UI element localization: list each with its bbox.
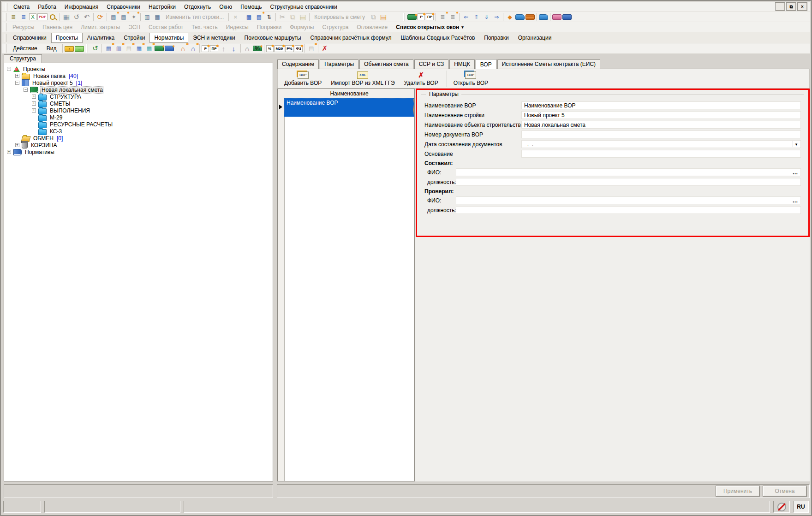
esn-button[interactable]: ЭСН xyxy=(124,23,144,32)
paste-folder-icon[interactable]: ▤ xyxy=(379,12,388,22)
formulas-button[interactable]: Формулы xyxy=(286,23,318,32)
close-button[interactable]: × xyxy=(797,2,807,11)
structure-button[interactable]: Структура xyxy=(318,23,352,32)
menu-item[interactable]: Работа xyxy=(34,2,60,12)
recalculate-icon[interactable]: ⟳ xyxy=(96,12,105,22)
expander-icon[interactable] xyxy=(7,150,11,154)
refresh-icon[interactable]: ↺ xyxy=(90,44,100,53)
copy-to-estimate-button[interactable]: Копировать в смету xyxy=(311,12,368,22)
expander-icon[interactable] xyxy=(15,81,19,85)
edit-estimate-icon[interactable]: ▦ xyxy=(134,44,143,53)
menu-item[interactable]: Справочники xyxy=(102,2,144,12)
tab-ssr-sz[interactable]: ССР и СЗ xyxy=(414,59,449,69)
expander-icon[interactable] xyxy=(32,108,36,113)
row-calc-icon[interactable]: ▦ xyxy=(153,12,162,22)
tree-item[interactable]: ВЫПОЛНЕНИЯ xyxy=(5,107,272,114)
tab-calc-formulas[interactable]: Справочник расчётных формул xyxy=(306,33,396,43)
import-estimate-icon[interactable]: ▦ xyxy=(144,44,154,53)
expander-icon[interactable] xyxy=(32,95,36,99)
doc-p-icon[interactable]: P xyxy=(202,45,209,52)
m29-icon[interactable]: М29 xyxy=(275,45,285,52)
expander-icon[interactable] xyxy=(32,101,36,106)
undo-icon[interactable]: ↶ xyxy=(82,12,91,22)
tree-item[interactable]: КС-3 xyxy=(5,128,272,135)
minimize-button[interactable]: _ xyxy=(775,2,785,11)
checked-fio-field[interactable]: … xyxy=(456,196,801,204)
tab-vor[interactable]: ВОР xyxy=(476,59,496,69)
copy-icon[interactable]: ⧉ xyxy=(288,12,297,22)
tree-item[interactable]: СМЕТЫ xyxy=(5,100,272,107)
vor-document-number-field[interactable]: ▾ xyxy=(521,130,801,138)
folder-collapse-icon[interactable] xyxy=(75,46,84,52)
tech-part-button[interactable]: Тех. часть xyxy=(187,23,221,32)
transport-icon[interactable] xyxy=(539,14,548,20)
tab-parameters[interactable]: Параметры xyxy=(320,59,358,69)
tab-organizations[interactable]: Организации xyxy=(513,33,556,43)
copy-sheet-icon[interactable]: ⧉ xyxy=(369,12,378,22)
doc-pr-icon[interactable]: ПР xyxy=(426,13,434,20)
tree-item[interactable]: КОРЗИНА xyxy=(5,142,272,148)
resources-icon[interactable]: ◆ xyxy=(505,12,514,22)
tab-search-routes[interactable]: Поисковые маршруты xyxy=(240,33,306,43)
grid-column-header[interactable]: Наименование xyxy=(284,89,414,98)
tree-item[interactable]: Новая локальная смета xyxy=(5,86,272,93)
composed-position-field[interactable] xyxy=(456,178,801,186)
tree-item[interactable]: Проекты xyxy=(5,65,272,72)
menu-item[interactable]: Смета xyxy=(9,2,34,12)
vor-row[interactable]: Наименование ВОР xyxy=(284,98,414,117)
cancel-button[interactable]: Отмена xyxy=(763,486,807,497)
menu-item[interactable]: Информация xyxy=(60,2,102,12)
menu-item[interactable]: Помощь xyxy=(236,2,266,12)
corrections-button[interactable]: Поправки xyxy=(253,23,286,32)
import-vor-button[interactable]: XML Импорт ВОР из XML ГГЭ xyxy=(326,71,399,87)
new-document-icon[interactable]: ▤ xyxy=(124,44,133,53)
tree-structure-icon[interactable]: ≣ xyxy=(9,12,18,22)
tree-clear-icon[interactable]: ≣ xyxy=(448,12,457,22)
machines-icon[interactable] xyxy=(515,14,525,20)
edit-house-icon[interactable]: ⌂ xyxy=(188,44,197,53)
open-windows-button[interactable]: Список открытых окон ▾ xyxy=(392,23,468,32)
indexes-button[interactable]: Индексы xyxy=(222,23,253,32)
resources-button[interactable]: Ресурсы xyxy=(8,23,38,32)
tab-summary-templates[interactable]: Шаблоны Сводных Расчётов xyxy=(396,33,479,43)
work-composition-button[interactable]: Состав работ xyxy=(144,23,187,32)
doc-p-icon[interactable]: P xyxy=(418,13,425,20)
rp-icon[interactable]: Р% xyxy=(285,45,293,52)
pdf-export-icon[interactable]: PDF xyxy=(37,13,48,20)
expander-icon[interactable] xyxy=(15,74,19,78)
blue-catalog-icon[interactable] xyxy=(562,14,572,20)
comment-icon[interactable]: ✦ xyxy=(129,12,138,22)
open-vor-button[interactable]: ВОР Открыть ВОР xyxy=(447,71,493,87)
add-vor-button[interactable]: ВОР Добавить ВОР xyxy=(280,71,326,87)
object-name-field[interactable]: Новая локальная смета ▾ xyxy=(521,121,801,129)
keyboard-layout-indicator[interactable]: RU xyxy=(793,501,809,513)
tab-references[interactable]: Справочники xyxy=(8,33,51,43)
tab-corrections[interactable]: Поправки xyxy=(479,33,513,43)
tab-structure[interactable]: Структура xyxy=(4,54,42,63)
search-icon[interactable] xyxy=(48,13,58,20)
tab-analytics[interactable]: Аналитика xyxy=(83,33,119,43)
composed-fio-field[interactable]: … xyxy=(456,168,801,176)
add-structure-icon[interactable]: ≣ xyxy=(19,12,28,22)
add-calculation-icon[interactable]: ▤ xyxy=(254,12,263,22)
tree-item[interactable]: РЕСУРСНЫЕ РАСЧЕТЫ xyxy=(5,121,272,128)
add-project-icon[interactable]: ▦ xyxy=(104,44,113,53)
restore-button[interactable]: ⧉ xyxy=(786,2,796,11)
action-menu[interactable]: Действие xyxy=(9,44,42,53)
move-down-icon[interactable]: ↓ xyxy=(229,44,239,53)
expander-icon[interactable] xyxy=(15,143,19,147)
cut-icon[interactable]: ✂ xyxy=(278,12,287,22)
menu-item[interactable]: Отдохнуть xyxy=(180,2,215,12)
checked-fio-picker-button[interactable]: … xyxy=(791,197,800,203)
row-kind-icon[interactable]: ▤ xyxy=(109,12,118,22)
limit-costs-button[interactable]: Лимит. затраты xyxy=(77,23,124,32)
tab-contents[interactable]: Содержание xyxy=(277,59,319,69)
add-object-icon[interactable]: ▥ xyxy=(114,44,123,53)
shift-left-icon[interactable]: ⇓ xyxy=(482,12,491,22)
menu-item[interactable]: Окно xyxy=(215,2,236,12)
tree-item[interactable]: ОБМЕН [0] xyxy=(5,135,272,142)
normative-book-icon[interactable] xyxy=(155,46,164,51)
shift-first-icon[interactable]: ⇐ xyxy=(461,12,471,22)
pink-catalog-icon[interactable] xyxy=(552,14,561,20)
document-date-field[interactable]: . . ▾ xyxy=(521,140,801,148)
